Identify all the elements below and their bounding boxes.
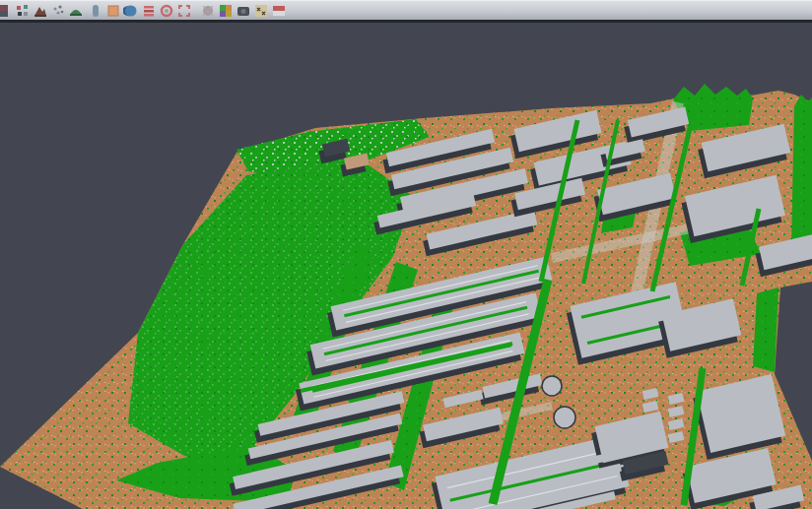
dense-cloud-icon[interactable] bbox=[67, 2, 85, 20]
storage-tank bbox=[542, 376, 562, 396]
scene-canvas bbox=[0, 23, 812, 509]
application-window bbox=[0, 0, 812, 509]
storage-tank bbox=[554, 407, 575, 428]
globe-icon[interactable] bbox=[122, 2, 140, 20]
region-bounds-icon[interactable] bbox=[175, 2, 193, 20]
align-points-icon-glyph bbox=[15, 3, 31, 19]
orthomosaic-icon-glyph bbox=[105, 3, 121, 19]
camera-icon[interactable] bbox=[235, 2, 252, 20]
reset-region-icon[interactable] bbox=[158, 2, 175, 20]
globe-icon-glyph bbox=[123, 3, 139, 19]
sphere-disabled-icon-glyph bbox=[200, 3, 216, 19]
ruler-icon-glyph bbox=[271, 3, 287, 19]
model-capsule-icon[interactable] bbox=[87, 2, 104, 20]
terrain-model-icon[interactable] bbox=[32, 2, 49, 20]
sparse-cloud-icon[interactable] bbox=[49, 2, 67, 20]
align-points-icon[interactable] bbox=[14, 2, 32, 20]
sparse-cloud-icon-glyph bbox=[50, 3, 66, 19]
classification-palette-icon[interactable] bbox=[217, 2, 235, 20]
ruler-icon[interactable] bbox=[270, 2, 288, 20]
terrain-model-icon-glyph bbox=[33, 3, 48, 19]
clipped-tool-icon[interactable] bbox=[0, 2, 11, 20]
main-toolbar bbox=[0, 0, 812, 20]
orthomosaic-icon[interactable] bbox=[104, 2, 122, 20]
sphere-disabled-icon[interactable] bbox=[199, 2, 217, 20]
camera-icon-glyph bbox=[236, 3, 251, 19]
classification-palette-icon-glyph bbox=[218, 3, 234, 19]
classes-list-icon[interactable] bbox=[140, 2, 158, 20]
model-capsule-icon-glyph bbox=[88, 3, 103, 19]
markers-icon-glyph bbox=[253, 3, 269, 19]
clipped-tool-icon-glyph bbox=[0, 3, 10, 19]
classes-list-icon-glyph bbox=[141, 3, 157, 19]
viewport-3d-scene[interactable] bbox=[0, 23, 812, 509]
markers-icon[interactable] bbox=[252, 2, 270, 20]
reset-region-icon-glyph bbox=[159, 3, 174, 19]
dense-cloud-icon-glyph bbox=[68, 3, 84, 19]
region-bounds-icon-glyph bbox=[176, 3, 192, 19]
